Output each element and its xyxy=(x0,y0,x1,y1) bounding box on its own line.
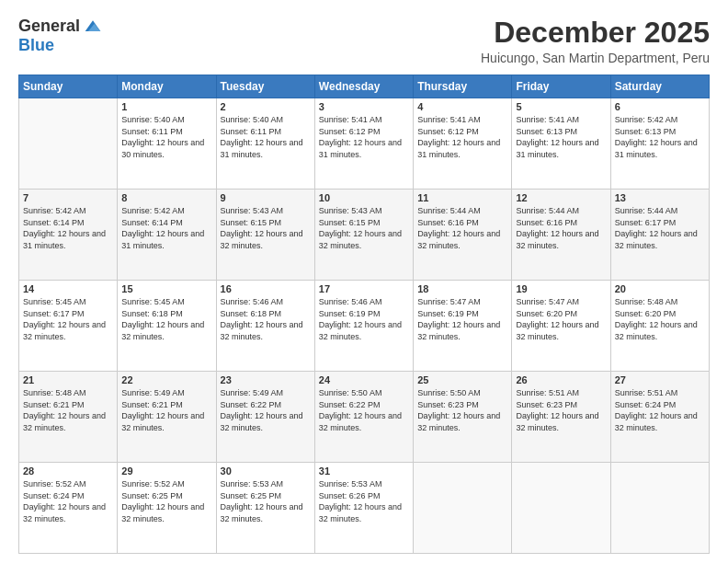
calendar-cell: 15Sunrise: 5:45 AM Sunset: 6:18 PM Dayli… xyxy=(118,281,216,372)
col-saturday: Saturday xyxy=(610,75,709,98)
day-info: Sunrise: 5:46 AM Sunset: 6:18 PM Dayligh… xyxy=(221,296,311,342)
calendar-cell: 20Sunrise: 5:48 AM Sunset: 6:20 PM Dayli… xyxy=(610,281,709,372)
day-number: 31 xyxy=(319,465,409,477)
day-number: 22 xyxy=(121,374,211,385)
day-info: Sunrise: 5:52 AM Sunset: 6:24 PM Dayligh… xyxy=(23,478,113,524)
day-number: 8 xyxy=(121,192,211,203)
calendar-row: 28Sunrise: 5:52 AM Sunset: 6:24 PM Dayli… xyxy=(19,463,710,554)
calendar-cell: 7Sunrise: 5:42 AM Sunset: 6:14 PM Daylig… xyxy=(19,190,118,281)
logo: General Blue xyxy=(18,17,102,55)
calendar-header-row: Sunday Monday Tuesday Wednesday Thursday… xyxy=(19,75,710,98)
day-info: Sunrise: 5:44 AM Sunset: 6:16 PM Dayligh… xyxy=(516,205,606,251)
calendar-cell: 5Sunrise: 5:41 AM Sunset: 6:13 PM Daylig… xyxy=(512,98,610,190)
calendar-cell: 8Sunrise: 5:42 AM Sunset: 6:14 PM Daylig… xyxy=(118,190,216,281)
day-info: Sunrise: 5:45 AM Sunset: 6:18 PM Dayligh… xyxy=(121,296,211,342)
calendar-cell xyxy=(512,463,610,554)
day-info: Sunrise: 5:50 AM Sunset: 6:23 PM Dayligh… xyxy=(417,387,507,433)
header: General Blue December 2025 Huicungo, San… xyxy=(18,17,710,65)
day-number: 25 xyxy=(417,374,507,385)
col-thursday: Thursday xyxy=(414,75,512,98)
col-friday: Friday xyxy=(512,75,610,98)
day-number: 21 xyxy=(23,374,113,385)
day-info: Sunrise: 5:40 AM Sunset: 6:11 PM Dayligh… xyxy=(221,114,311,160)
calendar-row: 21Sunrise: 5:48 AM Sunset: 6:21 PM Dayli… xyxy=(19,372,710,463)
day-number: 14 xyxy=(23,283,113,294)
col-wednesday: Wednesday xyxy=(314,75,413,98)
col-sunday: Sunday xyxy=(19,75,118,98)
day-number: 18 xyxy=(417,283,507,294)
day-number: 24 xyxy=(319,374,409,385)
calendar-cell: 11Sunrise: 5:44 AM Sunset: 6:16 PM Dayli… xyxy=(414,190,512,281)
calendar-cell: 24Sunrise: 5:50 AM Sunset: 6:22 PM Dayli… xyxy=(314,372,413,463)
logo-general-text: General xyxy=(18,17,80,36)
calendar-cell: 27Sunrise: 5:51 AM Sunset: 6:24 PM Dayli… xyxy=(610,372,709,463)
calendar-cell: 25Sunrise: 5:50 AM Sunset: 6:23 PM Dayli… xyxy=(414,372,512,463)
calendar-cell xyxy=(414,463,512,554)
day-info: Sunrise: 5:44 AM Sunset: 6:16 PM Dayligh… xyxy=(417,205,507,251)
day-number: 29 xyxy=(121,465,211,477)
calendar-cell: 29Sunrise: 5:52 AM Sunset: 6:25 PM Dayli… xyxy=(118,463,216,554)
logo-blue-text: Blue xyxy=(18,36,54,54)
day-number: 5 xyxy=(516,101,606,112)
day-info: Sunrise: 5:42 AM Sunset: 6:13 PM Dayligh… xyxy=(615,114,705,160)
day-info: Sunrise: 5:46 AM Sunset: 6:19 PM Dayligh… xyxy=(319,296,409,342)
calendar-cell: 12Sunrise: 5:44 AM Sunset: 6:16 PM Dayli… xyxy=(512,190,610,281)
day-info: Sunrise: 5:51 AM Sunset: 6:23 PM Dayligh… xyxy=(516,387,606,433)
day-info: Sunrise: 5:45 AM Sunset: 6:17 PM Dayligh… xyxy=(23,296,113,342)
calendar-cell: 31Sunrise: 5:53 AM Sunset: 6:26 PM Dayli… xyxy=(314,463,413,554)
calendar-row: 14Sunrise: 5:45 AM Sunset: 6:17 PM Dayli… xyxy=(19,281,710,372)
day-number: 26 xyxy=(516,374,606,385)
day-number: 19 xyxy=(516,283,606,294)
calendar-cell: 23Sunrise: 5:49 AM Sunset: 6:22 PM Dayli… xyxy=(216,372,314,463)
calendar-cell: 18Sunrise: 5:47 AM Sunset: 6:19 PM Dayli… xyxy=(414,281,512,372)
calendar-cell: 3Sunrise: 5:41 AM Sunset: 6:12 PM Daylig… xyxy=(314,98,413,190)
calendar-cell xyxy=(610,463,709,554)
day-number: 10 xyxy=(319,192,409,203)
calendar-cell: 28Sunrise: 5:52 AM Sunset: 6:24 PM Dayli… xyxy=(19,463,118,554)
calendar-cell: 14Sunrise: 5:45 AM Sunset: 6:17 PM Dayli… xyxy=(19,281,118,372)
logo-icon xyxy=(84,17,102,36)
subtitle: Huicungo, San Martin Department, Peru xyxy=(481,51,710,65)
day-info: Sunrise: 5:48 AM Sunset: 6:21 PM Dayligh… xyxy=(23,387,113,433)
calendar-cell: 26Sunrise: 5:51 AM Sunset: 6:23 PM Dayli… xyxy=(512,372,610,463)
calendar-cell: 22Sunrise: 5:49 AM Sunset: 6:21 PM Dayli… xyxy=(118,372,216,463)
day-info: Sunrise: 5:49 AM Sunset: 6:21 PM Dayligh… xyxy=(121,387,211,433)
day-info: Sunrise: 5:53 AM Sunset: 6:26 PM Dayligh… xyxy=(319,478,409,524)
day-number: 15 xyxy=(121,283,211,294)
day-info: Sunrise: 5:44 AM Sunset: 6:17 PM Dayligh… xyxy=(615,205,705,251)
day-number: 11 xyxy=(417,192,507,203)
day-info: Sunrise: 5:40 AM Sunset: 6:11 PM Dayligh… xyxy=(121,114,211,160)
calendar-cell: 9Sunrise: 5:43 AM Sunset: 6:15 PM Daylig… xyxy=(216,190,314,281)
day-info: Sunrise: 5:47 AM Sunset: 6:19 PM Dayligh… xyxy=(417,296,507,342)
day-info: Sunrise: 5:41 AM Sunset: 6:13 PM Dayligh… xyxy=(516,114,606,160)
day-info: Sunrise: 5:53 AM Sunset: 6:25 PM Dayligh… xyxy=(221,478,311,524)
day-info: Sunrise: 5:51 AM Sunset: 6:24 PM Dayligh… xyxy=(615,387,705,433)
day-info: Sunrise: 5:43 AM Sunset: 6:15 PM Dayligh… xyxy=(221,205,311,251)
day-number: 9 xyxy=(221,192,311,203)
calendar-cell xyxy=(19,98,118,190)
day-info: Sunrise: 5:50 AM Sunset: 6:22 PM Dayligh… xyxy=(319,387,409,433)
day-number: 27 xyxy=(615,374,705,385)
calendar-cell: 4Sunrise: 5:41 AM Sunset: 6:12 PM Daylig… xyxy=(414,98,512,190)
calendar-table: Sunday Monday Tuesday Wednesday Thursday… xyxy=(18,75,710,554)
month-title: December 2025 xyxy=(481,17,710,49)
day-info: Sunrise: 5:41 AM Sunset: 6:12 PM Dayligh… xyxy=(417,114,507,160)
day-number: 17 xyxy=(319,283,409,294)
day-info: Sunrise: 5:43 AM Sunset: 6:15 PM Dayligh… xyxy=(319,205,409,251)
day-number: 1 xyxy=(121,101,211,112)
title-block: December 2025 Huicungo, San Martin Depar… xyxy=(481,17,710,65)
day-number: 2 xyxy=(221,101,311,112)
day-number: 7 xyxy=(23,192,113,203)
day-number: 16 xyxy=(221,283,311,294)
day-number: 3 xyxy=(319,101,409,112)
calendar-cell: 2Sunrise: 5:40 AM Sunset: 6:11 PM Daylig… xyxy=(216,98,314,190)
day-info: Sunrise: 5:49 AM Sunset: 6:22 PM Dayligh… xyxy=(221,387,311,433)
day-info: Sunrise: 5:47 AM Sunset: 6:20 PM Dayligh… xyxy=(516,296,606,342)
day-info: Sunrise: 5:42 AM Sunset: 6:14 PM Dayligh… xyxy=(23,205,113,251)
page: General Blue December 2025 Huicungo, San… xyxy=(0,0,728,563)
calendar-cell: 19Sunrise: 5:47 AM Sunset: 6:20 PM Dayli… xyxy=(512,281,610,372)
day-number: 4 xyxy=(417,101,507,112)
calendar-cell: 10Sunrise: 5:43 AM Sunset: 6:15 PM Dayli… xyxy=(314,190,413,281)
day-number: 12 xyxy=(516,192,606,203)
day-info: Sunrise: 5:41 AM Sunset: 6:12 PM Dayligh… xyxy=(319,114,409,160)
